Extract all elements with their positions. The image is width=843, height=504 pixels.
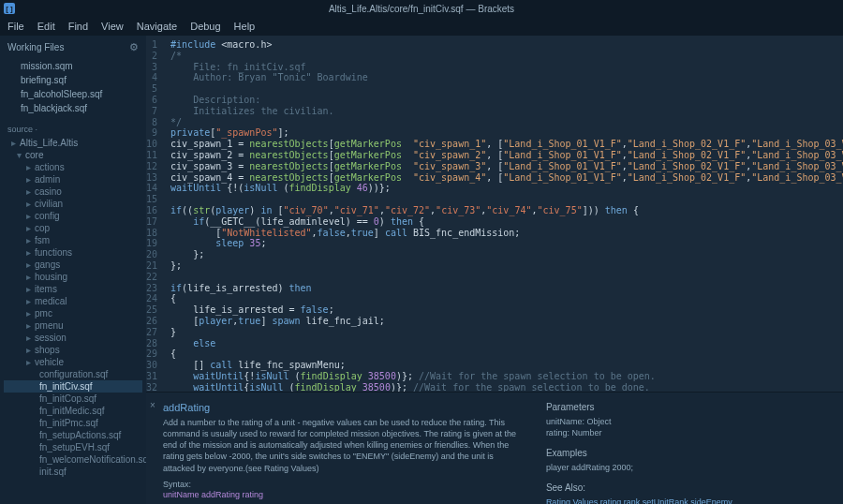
- editor: 1234567891011121314151617181920212223242…: [146, 36, 843, 504]
- tree-root[interactable]: ▸Altis_Life.Altis: [4, 137, 142, 149]
- tree-folder[interactable]: ▸items: [4, 283, 142, 295]
- app-icon: [ ]: [4, 3, 15, 14]
- working-files-header: Working Files ⚙: [0, 36, 146, 59]
- sidebar: Working Files ⚙ mission.sqm briefing.sqf…: [0, 36, 146, 504]
- tree-folder[interactable]: ▸civilian: [4, 198, 142, 210]
- tree-folder[interactable]: ▸medical: [4, 295, 142, 307]
- hint-panel: × addRating Add a number to the rating o…: [146, 392, 843, 504]
- hint-examples-label: Examples: [546, 448, 826, 458]
- menu-help[interactable]: Help: [234, 21, 256, 32]
- code-area[interactable]: 1234567891011121314151617181920212223242…: [146, 36, 843, 392]
- tree-folder[interactable]: ▸admin: [4, 173, 142, 185]
- menu-debug[interactable]: Debug: [190, 21, 220, 32]
- menu-edit[interactable]: Edit: [37, 21, 55, 32]
- tree-file[interactable]: fn_setupEVH.sqf: [4, 441, 142, 453]
- source-header[interactable]: source ·: [0, 115, 146, 137]
- tree-folder[interactable]: ▸shops: [4, 344, 142, 356]
- hint-syntax-label: Syntax:: [163, 480, 527, 489]
- hint-seealso[interactable]: Rating Values rating rank setUnitRank si…: [546, 497, 732, 504]
- menubar: File Edit Find View Navigate Debug Help: [0, 17, 843, 36]
- tree-folder[interactable]: ▸pmenu: [4, 319, 142, 332]
- menu-find[interactable]: Find: [68, 21, 88, 32]
- menu-file[interactable]: File: [7, 21, 24, 32]
- tree-file[interactable]: fn_initMedic.sqf: [4, 405, 142, 417]
- hint-params-label: Parameters: [546, 402, 826, 412]
- tree-file[interactable]: fn_welcomeNotification.sqf: [4, 453, 142, 466]
- hint-title: addRating: [163, 402, 527, 413]
- tree-folder[interactable]: ▸pmc: [4, 307, 142, 319]
- working-file[interactable]: briefing.sqf: [0, 73, 146, 87]
- menu-view[interactable]: View: [101, 21, 124, 32]
- code-lines[interactable]: #include <macro.h>/* File: fn_initCiv.sq…: [165, 36, 843, 392]
- hint-param: unitName: Object: [546, 416, 826, 427]
- titlebar: [ ] Altis_Life.Altis/core/fn_initCiv.sqf…: [0, 0, 843, 17]
- tree-core[interactable]: ▾core: [4, 149, 142, 161]
- working-file[interactable]: mission.sqm: [0, 59, 146, 73]
- tree-folder[interactable]: ▸housing: [4, 271, 142, 283]
- tree-file[interactable]: fn_initPmc.sqf: [4, 417, 142, 429]
- tree-file[interactable]: fn_setupActions.sqf: [4, 429, 142, 441]
- hint-example: player addRating 2000;: [546, 462, 826, 473]
- tree-folder[interactable]: ▸functions: [4, 246, 142, 259]
- menu-navigate[interactable]: Navigate: [137, 21, 177, 32]
- file-tree: ▸Altis_Life.Altis ▾core ▸actions▸admin▸c…: [0, 137, 146, 478]
- tree-file[interactable]: fn_initCiv.sqf: [4, 380, 142, 393]
- tree-folder[interactable]: ▸session: [4, 332, 142, 344]
- tree-folder[interactable]: ▸cop: [4, 222, 142, 234]
- tree-folder[interactable]: ▸config: [4, 210, 142, 222]
- window-title: Altis_Life.Altis/core/fn_initCiv.sqf — B…: [329, 4, 514, 14]
- line-gutter: 1234567891011121314151617181920212223242…: [146, 36, 165, 392]
- tree-folder[interactable]: ▸casino: [4, 185, 142, 198]
- hint-syntax: unitName addRating rating: [163, 489, 527, 500]
- gear-icon[interactable]: ⚙: [129, 41, 139, 53]
- working-files-label: Working Files: [7, 42, 64, 52]
- working-file[interactable]: fn_alcoholSleep.sqf: [0, 87, 146, 101]
- hint-description: Add a number to the rating of a unit - n…: [163, 417, 527, 474]
- tree-file[interactable]: configuration.sqf: [4, 368, 142, 380]
- tree-folder[interactable]: ▸actions: [4, 161, 142, 173]
- hint-seealso-label: See Also:: [546, 482, 826, 493]
- working-file[interactable]: fn_blackjack.sqf: [0, 101, 146, 115]
- tree-folder[interactable]: ▸fsm: [4, 234, 142, 246]
- hint-param: rating: Number: [546, 427, 826, 438]
- tree-file[interactable]: fn_initCop.sqf: [4, 393, 142, 405]
- tree-folder[interactable]: ▸gangs: [4, 259, 142, 271]
- working-files-list: mission.sqm briefing.sqf fn_alcoholSleep…: [0, 59, 146, 115]
- tree-folder[interactable]: ▸vehicle: [4, 356, 142, 368]
- close-icon[interactable]: ×: [150, 400, 155, 410]
- tree-file[interactable]: init.sqf: [4, 466, 142, 478]
